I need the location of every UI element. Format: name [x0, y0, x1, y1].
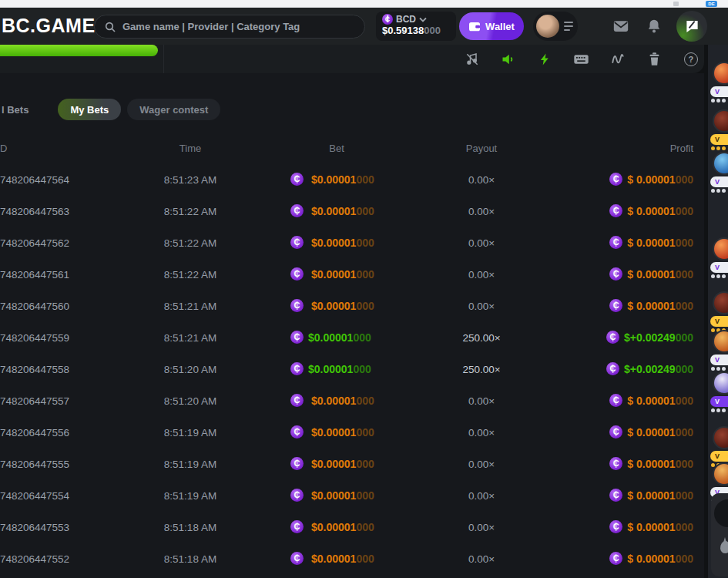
help-icon[interactable]: ?	[683, 51, 699, 68]
notifications-bell-icon[interactable]	[646, 18, 663, 35]
tab-all-bets[interactable]: l Bets	[0, 99, 39, 120]
vip-badge: V	[710, 176, 728, 187]
wallet-label: Wallet	[485, 21, 515, 32]
mail-icon[interactable]	[612, 18, 629, 35]
chat-user[interactable]: V	[713, 291, 728, 332]
table-row[interactable]: 748206447563 8:51:22 AM C $0.00001000 0.…	[0, 195, 704, 227]
bet-amount: C $0.00001000	[290, 425, 414, 439]
chat-user[interactable]: V	[713, 330, 728, 371]
avatar[interactable]	[713, 462, 728, 486]
bet-amount: C $0.00001000	[290, 331, 414, 344]
chat-message-dots	[711, 99, 728, 102]
col-header-id: D	[0, 143, 116, 154]
chat-scroll-button[interactable]	[714, 499, 728, 527]
chat-input-area[interactable]	[711, 493, 728, 576]
chat-user[interactable]: V	[713, 237, 728, 278]
bet-payout: 0.00×	[435, 300, 528, 311]
col-header-bet: Bet	[290, 143, 383, 154]
bet-payout: 0.00×	[435, 237, 528, 248]
currency-code: BCD	[396, 14, 416, 25]
avatar[interactable]	[713, 237, 728, 260]
profile-menu-icon	[564, 22, 573, 31]
search-input[interactable]	[122, 21, 355, 32]
vip-badge: V	[710, 451, 728, 462]
bet-time: 8:51:21 AM	[144, 300, 237, 311]
bcd-coin-icon: C	[609, 520, 622, 533]
avatar[interactable]	[713, 426, 728, 449]
wallet-button[interactable]: Wallet	[459, 12, 524, 40]
bet-id: 748206447553	[0, 521, 69, 533]
vip-badge: V	[710, 262, 728, 273]
balance-amount: $0.59138	[382, 25, 424, 36]
bet-id: 748206447563	[0, 205, 69, 217]
chat-message-dots	[711, 367, 728, 371]
chat-message-dots	[711, 408, 728, 412]
avatar[interactable]	[713, 62, 728, 85]
bet-time: 8:51:23 AM	[144, 173, 237, 185]
browser-bookmarks-bar: DE	[0, 0, 728, 8]
table-row[interactable]: 748206447560 8:51:21 AM C $0.00001000 0.…	[0, 290, 704, 321]
bet-time: 8:51:19 AM	[144, 489, 237, 501]
avatar[interactable]	[536, 15, 559, 38]
avatar[interactable]	[713, 109, 728, 133]
chat-user[interactable]: V	[713, 62, 728, 102]
table-row[interactable]: 748206447557 8:51:20 AM C $0.00001000 0.…	[0, 385, 704, 416]
bets-table-body: 748206447564 8:51:23 AM C $0.00001000 0.…	[0, 163, 704, 574]
table-row[interactable]: 748206447556 8:51:19 AM C $0.00001000 0.…	[0, 416, 704, 448]
bcd-coin-icon: C	[290, 520, 304, 533]
avatar[interactable]	[713, 330, 728, 353]
chat-user[interactable]: V	[713, 426, 728, 467]
chat-sidebar: V V V V V V V V V	[708, 45, 728, 578]
table-row[interactable]: 748206447559 8:51:21 AM C $0.00001000 25…	[0, 321, 704, 353]
table-row[interactable]: 748206447558 8:51:20 AM C $0.00001000 25…	[0, 353, 704, 385]
bet-id: 748206447557	[0, 395, 69, 406]
extension-icon[interactable]	[673, 2, 679, 6]
chat-user[interactable]: V	[713, 152, 728, 193]
chat-toggle-button[interactable]	[676, 11, 707, 42]
table-row[interactable]: 748206447552 8:51:18 AM C $0.00001000 0.…	[0, 543, 704, 574]
bet-amount: C $0.00001000	[290, 173, 414, 187]
instant-bet-bolt-icon[interactable]	[537, 51, 554, 68]
chat-bubble-icon	[685, 19, 699, 33]
avatar[interactable]	[713, 152, 728, 175]
bets-panel: l Bets My Bets Wager contest D Time Bet …	[0, 73, 704, 578]
avatar[interactable]	[713, 291, 728, 314]
bet-profit: C $0.00001000	[609, 204, 693, 218]
bcd-coin-icon: C	[290, 204, 304, 217]
profile-menu[interactable]	[533, 12, 578, 41]
bcd-coin-icon: C	[382, 14, 393, 25]
bcd-coin-icon: C	[290, 236, 304, 249]
table-row[interactable]: 748206447564 8:51:23 AM C $0.00001000 0.…	[0, 163, 704, 195]
table-row[interactable]: 748206447554 8:51:19 AM C $0.00001000 0.…	[0, 479, 704, 511]
sound-on-icon[interactable]	[500, 51, 517, 68]
bet-time: 8:51:22 AM	[144, 205, 237, 217]
chat-message-dots	[711, 189, 728, 193]
table-row[interactable]: 748206447561 8:51:22 AM C $0.00001000 0.…	[0, 258, 704, 290]
bet-time: 8:51:19 AM	[144, 458, 237, 469]
table-row[interactable]: 748206447562 8:51:22 AM C $0.00001000 0.…	[0, 227, 704, 258]
chat-user[interactable]: V	[713, 109, 728, 150]
bcd-coin-icon: C	[609, 267, 622, 281]
site-header: BC.GAME C BCD $0.59138000	[0, 8, 728, 45]
bcd-coin-icon: C	[290, 331, 304, 344]
search-bar[interactable]	[94, 15, 365, 39]
currency-selector[interactable]: C BCD $0.59138000	[376, 12, 456, 41]
bet-profit: C $0.00001000	[609, 520, 693, 534]
table-row[interactable]: 748206447555 8:51:19 AM C $0.00001000 0.…	[0, 448, 704, 479]
table-row[interactable]: 748206447553 8:51:18 AM C $0.00001000 0.…	[0, 511, 704, 543]
bet-time: 8:51:18 AM	[144, 553, 237, 564]
bcd-coin-icon: C	[290, 173, 304, 186]
bcd-coin-icon: C	[609, 299, 622, 312]
tab-my-bets[interactable]: My Bets	[58, 99, 121, 120]
bet-payout: 0.00×	[435, 205, 528, 217]
trash-icon[interactable]	[646, 51, 663, 68]
avatar[interactable]	[713, 371, 728, 395]
search-icon	[104, 21, 116, 33]
site-logo[interactable]: BC.GAME	[2, 15, 96, 37]
live-stats-icon[interactable]	[609, 51, 626, 68]
hotkeys-keyboard-icon[interactable]	[573, 51, 590, 68]
extension-badge[interactable]: DE	[706, 1, 717, 7]
chat-user[interactable]: V	[713, 371, 728, 412]
tab-wager-contest[interactable]: Wager contest	[127, 99, 220, 120]
music-off-icon[interactable]	[464, 51, 481, 68]
